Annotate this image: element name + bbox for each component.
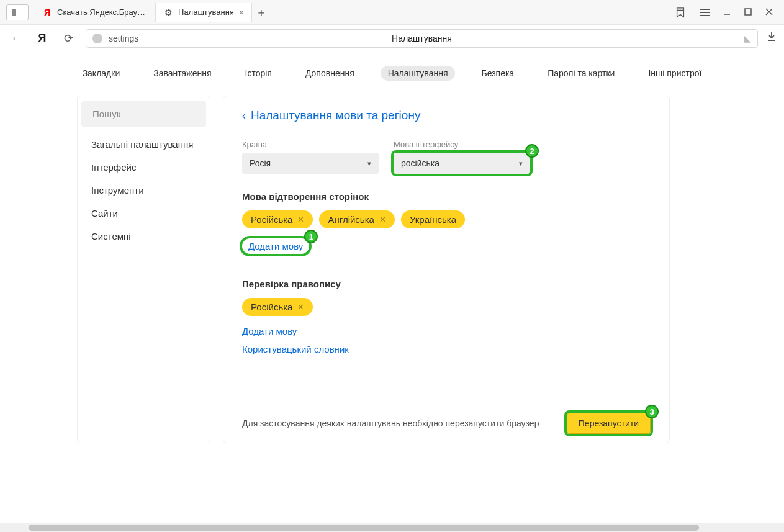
horizontal-scrollbar[interactable] (0, 523, 784, 532)
svg-rect-7 (745, 9, 751, 15)
secnav-addons[interactable]: Доповнення (298, 66, 362, 81)
secnav-devices[interactable]: Інші пристрої (641, 66, 709, 81)
settings-sidebar: Пошук Загальні налаштування Інтерфейс Ін… (77, 96, 210, 443)
window-controls (664, 7, 784, 18)
secnav-settings[interactable]: Налаштування (381, 66, 456, 81)
maximize-button[interactable] (744, 7, 752, 18)
language-chip[interactable]: Українська (401, 210, 465, 228)
sidebar-toggle-button[interactable] (6, 4, 29, 20)
country-value: Росія (250, 158, 271, 168)
tab-title: Налаштування (178, 7, 234, 17)
minimize-button[interactable] (723, 7, 731, 18)
toolbar: ← Я ⟳ settings Налаштування ◣ (0, 25, 784, 52)
add-page-language-link[interactable]: Додати мову 1 (242, 238, 309, 254)
page-title: Налаштування мови та регіону (251, 109, 420, 122)
country-label: Країна (242, 140, 379, 149)
spellcheck-heading: Перевірка правопису (242, 279, 651, 289)
chevron-down-icon: ▾ (367, 160, 371, 168)
settings-tabs: Закладки Завантаження Історія Доповнення… (0, 52, 784, 96)
address-page-title: Налаштування (392, 34, 452, 43)
sidebar-item-sites[interactable]: Сайти (78, 202, 210, 225)
restart-hint: Для застосування деяких налаштувань необ… (242, 418, 539, 428)
country-select[interactable]: Росія ▾ (242, 153, 379, 174)
restart-button[interactable]: Перезапустити 3 (567, 413, 651, 434)
home-button[interactable]: Я (34, 32, 51, 45)
sidebar-item-interface[interactable]: Інтерфейс (78, 156, 210, 179)
sidebar-item-general[interactable]: Загальні налаштування (78, 133, 210, 156)
annotation-badge-2: 2 (525, 144, 539, 158)
svg-rect-1 (12, 9, 16, 16)
language-chip[interactable]: Російська✕ (242, 298, 313, 316)
address-bar[interactable]: settings Налаштування ◣ (86, 29, 758, 48)
back-to-parent-link[interactable]: ‹ Налаштування мови та регіону (242, 109, 651, 122)
page-language-chips: Російська✕ Англійська✕ Українська (242, 210, 651, 228)
language-chip[interactable]: Російська✕ (242, 210, 313, 228)
annotation-badge-3: 3 (645, 405, 659, 418)
bookmarks-icon[interactable] (675, 7, 686, 18)
user-dictionary-link[interactable]: Користувацький словник (242, 344, 349, 354)
ui-language-value: російська (401, 158, 439, 168)
back-button[interactable]: ← (7, 32, 25, 45)
secnav-downloads[interactable]: Завантаження (146, 66, 219, 81)
ui-language-label: Мова інтерфейсу (394, 140, 530, 149)
title-bar: Я Скачать Яндекс.Браузер д ⚙ Налаштуванн… (0, 0, 784, 25)
add-spell-language-link[interactable]: Додати мову (242, 326, 297, 336)
settings-search-input[interactable]: Пошук (81, 101, 206, 127)
secnav-bookmarks[interactable]: Закладки (75, 66, 128, 81)
remove-chip-icon[interactable]: ✕ (297, 215, 304, 224)
language-chip[interactable]: Англійська✕ (319, 210, 394, 228)
settings-content: ‹ Налаштування мови та регіону Країна Ро… (223, 96, 670, 443)
reload-button[interactable]: ⟳ (60, 32, 77, 45)
scrollbar-thumb[interactable] (29, 525, 699, 531)
page-language-heading: Мова відтворення сторінок (242, 191, 651, 202)
tab-title: Скачать Яндекс.Браузер д (57, 7, 148, 17)
secnav-security[interactable]: Безпека (474, 66, 521, 81)
gear-icon: ⚙ (163, 7, 173, 17)
close-window-button[interactable] (765, 7, 773, 18)
site-info-icon[interactable] (92, 34, 102, 43)
downloads-button[interactable] (767, 32, 777, 45)
ui-language-select[interactable]: російська ▾ 2 (394, 153, 530, 174)
sidebar-item-system[interactable]: Системні (78, 225, 210, 248)
yandex-icon: Я (42, 7, 52, 17)
close-tab-icon[interactable]: × (239, 7, 244, 17)
remove-chip-icon[interactable]: ✕ (297, 302, 304, 312)
secnav-history[interactable]: Історія (238, 66, 279, 81)
tab-settings[interactable]: ⚙ Налаштування × (156, 3, 252, 22)
chevron-left-icon: ‹ (242, 109, 246, 122)
spellcheck-chips: Російська✕ (242, 298, 651, 316)
remove-chip-icon[interactable]: ✕ (379, 215, 386, 224)
bookmark-flag-icon[interactable]: ◣ (744, 34, 751, 43)
address-text: settings (109, 34, 138, 43)
chevron-down-icon: ▾ (519, 160, 523, 168)
settings-footer: Для застосування деяких налаштувань необ… (223, 404, 669, 443)
settings-page: Закладки Завантаження Історія Доповнення… (0, 52, 784, 532)
new-tab-button[interactable]: ＋ (252, 5, 271, 20)
secnav-passwords[interactable]: Паролі та картки (540, 66, 622, 81)
menu-icon[interactable] (700, 8, 710, 17)
annotation-badge-1: 1 (304, 230, 318, 243)
tab-yandex-download[interactable]: Я Скачать Яндекс.Браузер д (35, 3, 156, 22)
sidebar-item-tools[interactable]: Інструменти (78, 179, 210, 202)
